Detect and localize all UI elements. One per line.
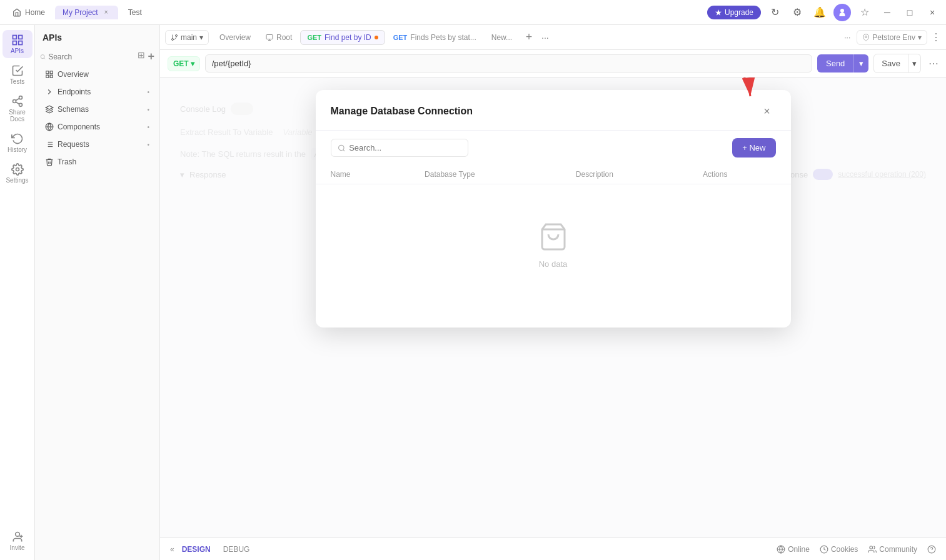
svg-rect-2 bbox=[18, 36, 22, 39]
red-arrow-indicator bbox=[710, 78, 760, 106]
endpoints-arrow: • bbox=[147, 89, 149, 96]
cookies-icon bbox=[820, 545, 828, 554]
modal-search-icon bbox=[338, 144, 346, 152]
env-label: Petstore Env bbox=[872, 33, 915, 42]
notification-button[interactable]: 🔔 bbox=[811, 4, 828, 21]
schemas-label: Schemas bbox=[58, 105, 89, 114]
trash-icon bbox=[45, 158, 54, 166]
back-button[interactable]: « bbox=[170, 545, 174, 554]
url-input[interactable] bbox=[205, 54, 812, 72]
tab-find-pet-by-id[interactable]: GET Find pet by ID bbox=[300, 30, 385, 45]
branch-chevron: ▾ bbox=[199, 33, 203, 42]
send-button[interactable]: Send bbox=[817, 54, 853, 72]
tab-close-myproject[interactable]: × bbox=[102, 8, 111, 17]
sidebar-item-components[interactable]: Components • bbox=[38, 119, 157, 135]
tab-new[interactable]: New... bbox=[485, 30, 519, 45]
upgrade-button[interactable]: Upgrade bbox=[707, 6, 761, 19]
sidebar-item-endpoints[interactable]: Endpoints • bbox=[38, 84, 157, 100]
save-button-group: Save ▾ bbox=[873, 54, 921, 73]
history-icon bbox=[11, 132, 24, 145]
save-dropdown-button[interactable]: ▾ bbox=[908, 54, 921, 73]
svg-marker-20 bbox=[46, 106, 53, 109]
components-icon bbox=[45, 122, 54, 131]
tab-more-button[interactable]: ··· bbox=[539, 31, 551, 44]
svg-point-35 bbox=[865, 36, 867, 38]
sidebar-item-overview[interactable]: Overview bbox=[38, 66, 157, 82]
design-button[interactable]: DESIGN bbox=[177, 542, 216, 556]
components-arrow: • bbox=[147, 124, 149, 131]
tab-myproject-label: My Project bbox=[63, 8, 98, 17]
refresh-button[interactable]: ↻ bbox=[766, 4, 783, 21]
tab-home[interactable]: Home bbox=[5, 6, 53, 19]
manage-db-connection-modal: Manage Database Connection × + New bbox=[316, 90, 791, 328]
svg-point-7 bbox=[19, 103, 22, 106]
tab-finds-pets-by-stat[interactable]: GET Finds Pets by stat... bbox=[386, 30, 483, 45]
connections-table: Name Database Type Description Actions bbox=[316, 165, 791, 184]
filter-icon[interactable]: ⊞ bbox=[138, 50, 145, 63]
components-label: Components bbox=[58, 122, 100, 131]
online-status[interactable]: Online bbox=[777, 545, 810, 554]
env-selector[interactable]: Petstore Env ▾ bbox=[857, 30, 927, 45]
sidebar-share-label: Share Docs bbox=[5, 109, 30, 122]
send-button-group: Send ▾ bbox=[817, 54, 868, 72]
community-button[interactable]: Community bbox=[868, 545, 917, 554]
debug-button[interactable]: DEBUG bbox=[218, 542, 255, 556]
online-label: Online bbox=[788, 545, 810, 554]
bottom-bar: « DESIGN DEBUG Online Cookies Community bbox=[160, 538, 946, 560]
tab-test[interactable]: Test bbox=[121, 6, 149, 19]
sidebar-item-settings[interactable]: Settings bbox=[3, 159, 33, 188]
sidebar-item-requests[interactable]: Requests • bbox=[38, 136, 157, 152]
send-dropdown-button[interactable]: ▾ bbox=[853, 54, 868, 72]
tab-add-button[interactable]: + bbox=[520, 29, 538, 46]
svg-line-15 bbox=[44, 58, 45, 59]
star-button[interactable]: ☆ bbox=[856, 4, 873, 21]
help-button[interactable] bbox=[927, 545, 936, 554]
method-selector[interactable]: GET ▾ bbox=[168, 56, 200, 71]
icon-sidebar: APIs Tests Share Docs History Settings I… bbox=[0, 25, 35, 560]
sidebar-search-input[interactable] bbox=[48, 52, 135, 61]
root-icon bbox=[266, 34, 273, 41]
home-icon bbox=[13, 8, 21, 17]
branch-selector[interactable]: main ▾ bbox=[165, 30, 209, 45]
schemas-arrow: • bbox=[147, 106, 149, 113]
settings-button[interactable]: ⚙ bbox=[788, 4, 806, 21]
tests-icon bbox=[11, 64, 24, 77]
sidebar-item-history[interactable]: History bbox=[3, 129, 33, 157]
new-button[interactable]: + New bbox=[732, 138, 775, 158]
modal-search bbox=[331, 139, 468, 157]
sidebar-item-invite[interactable]: Invite bbox=[3, 527, 33, 555]
titlebar: Home My Project × Test Upgrade ↻ ⚙ 🔔 ☆ ─… bbox=[0, 0, 946, 25]
svg-rect-18 bbox=[46, 75, 49, 78]
community-icon bbox=[868, 545, 877, 554]
save-button[interactable]: Save bbox=[873, 54, 908, 73]
overview-label: Overview bbox=[58, 70, 89, 79]
maximize-button[interactable]: □ bbox=[901, 4, 918, 21]
sidebar-item-tests[interactable]: Tests bbox=[3, 61, 33, 89]
apis-icon bbox=[11, 34, 24, 46]
sidebar-item-apis[interactable]: APIs bbox=[3, 30, 33, 58]
svg-point-11 bbox=[15, 532, 19, 537]
env-icon bbox=[862, 34, 870, 41]
sidebar-item-schemas[interactable]: Schemas • bbox=[38, 101, 157, 118]
add-icon[interactable]: + bbox=[148, 50, 154, 63]
minimize-button[interactable]: ─ bbox=[878, 4, 896, 21]
modal-search-input[interactable] bbox=[349, 143, 461, 152]
cookies-button[interactable]: Cookies bbox=[820, 545, 858, 554]
bottom-left: « DESIGN DEBUG bbox=[170, 542, 254, 556]
avatar[interactable] bbox=[833, 4, 851, 21]
url-bar-more[interactable]: ⋯ bbox=[928, 58, 938, 69]
method-get-badge-2: GET bbox=[393, 34, 408, 41]
empty-state: No data bbox=[316, 184, 791, 306]
tab-overview[interactable]: Overview bbox=[213, 30, 258, 45]
sidebar-item-trash[interactable]: Trash bbox=[38, 154, 157, 170]
tab-root[interactable]: Root bbox=[259, 30, 299, 45]
sidebar-invite-label: Invite bbox=[10, 544, 25, 551]
close-button[interactable]: × bbox=[923, 4, 941, 21]
sidebar-item-share[interactable]: Share Docs bbox=[3, 91, 33, 126]
requests-arrow: • bbox=[147, 141, 149, 148]
more-options-button[interactable]: ⋮ bbox=[931, 31, 941, 43]
tab-find-pet-label: Find pet by ID bbox=[325, 33, 371, 42]
modal-close-button[interactable]: × bbox=[758, 102, 776, 120]
tab-myproject[interactable]: My Project × bbox=[55, 6, 118, 19]
svg-line-38 bbox=[343, 149, 344, 151]
